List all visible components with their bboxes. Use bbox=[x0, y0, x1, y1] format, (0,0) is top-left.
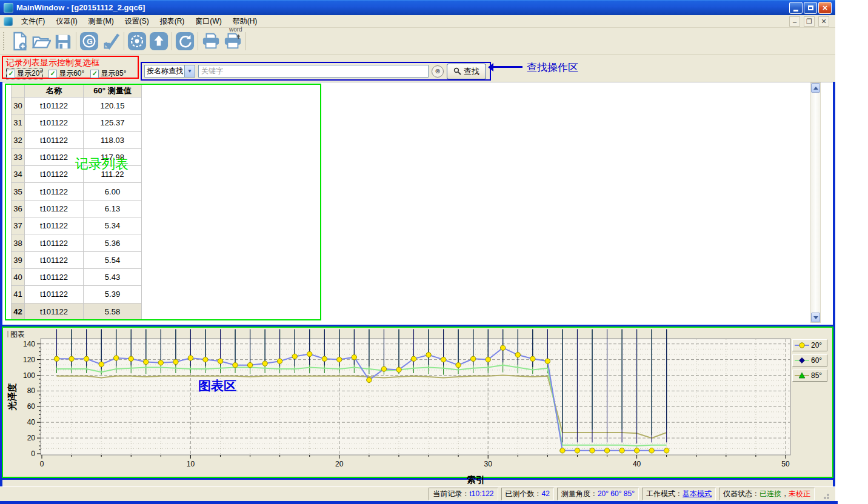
table-row[interactable]: 38t1011225.36 bbox=[11, 234, 142, 251]
app-icon bbox=[4, 3, 13, 13]
save-icon[interactable] bbox=[52, 30, 74, 52]
svg-text:G: G bbox=[87, 37, 93, 45]
find-button[interactable]: 查找 bbox=[447, 64, 486, 79]
svg-text:40: 40 bbox=[27, 418, 36, 426]
arrow-down-icon bbox=[813, 316, 818, 322]
svg-text:80: 80 bbox=[27, 386, 36, 395]
checkbox-label: 显示20° bbox=[17, 68, 42, 79]
status-field: 当前记录：t10:122 bbox=[429, 488, 498, 500]
row-number: 42 bbox=[11, 303, 25, 320]
table-row[interactable]: 36t1011226.13 bbox=[11, 201, 142, 217]
record-table: 名称 60° 测量值 30t101122120.1531t101122125.3… bbox=[11, 84, 142, 320]
table-row[interactable]: 35t1011226.00 bbox=[11, 183, 142, 200]
keyword-input[interactable]: 关键字 bbox=[198, 65, 429, 78]
record-value: 120.15 bbox=[84, 98, 142, 114]
svg-text:40: 40 bbox=[633, 460, 641, 468]
display-angle-checkbox[interactable]: ✓显示60° bbox=[48, 68, 84, 79]
legend-marker-icon bbox=[794, 357, 810, 364]
svg-text:20: 20 bbox=[27, 434, 36, 442]
menu-item[interactable]: 文件(F) bbox=[16, 15, 50, 28]
row-number: 40 bbox=[11, 269, 25, 286]
gear-icon[interactable] bbox=[126, 30, 148, 52]
screen: MainWindow - [g20151112_2.gqc6] ✕ 文件(F)仪… bbox=[0, 0, 868, 504]
mdi-child-icon bbox=[4, 17, 13, 26]
record-name: t101122 bbox=[25, 98, 84, 114]
svg-text:光泽度: 光泽度 bbox=[7, 383, 17, 411]
menu-item[interactable]: 窗口(W) bbox=[190, 15, 227, 28]
row-number: 34 bbox=[11, 166, 25, 183]
svg-text:0: 0 bbox=[31, 449, 35, 458]
menubar: 文件(F)仪器(I)测量(M)设置(S)报表(R)窗口(W)帮助(H) – ❐ … bbox=[0, 15, 835, 28]
toolbar-separator bbox=[124, 32, 124, 50]
search-mode-value: 按名称查找 bbox=[145, 66, 184, 76]
mdi-minimize-button[interactable]: – bbox=[789, 16, 800, 27]
resize-grip[interactable] bbox=[821, 491, 829, 499]
row-number: 39 bbox=[11, 252, 25, 269]
logo-g-icon[interactable]: G bbox=[78, 30, 100, 52]
table-row[interactable]: 39t1011225.54 bbox=[11, 252, 142, 269]
svg-text:20: 20 bbox=[335, 460, 344, 468]
table-row[interactable]: 41t1011225.39 bbox=[11, 286, 142, 303]
svg-text:0: 0 bbox=[40, 460, 44, 468]
svg-text:140: 140 bbox=[23, 340, 35, 348]
toolbar-caption: word bbox=[229, 26, 242, 33]
open-folder-icon[interactable] bbox=[30, 30, 52, 52]
mdi-close-button[interactable]: ✕ bbox=[818, 16, 829, 27]
chevron-down-icon[interactable]: ▼ bbox=[184, 65, 195, 77]
upload-icon[interactable] bbox=[148, 30, 170, 52]
menu-item[interactable]: 设置(S) bbox=[119, 15, 155, 28]
close-button[interactable]: ✕ bbox=[818, 2, 832, 14]
titlebar[interactable]: MainWindow - [g20151112_2.gqc6] ✕ bbox=[0, 0, 835, 15]
check-icon[interactable] bbox=[100, 30, 122, 52]
record-name: t101122 bbox=[25, 217, 84, 234]
record-name: t101122 bbox=[25, 286, 84, 303]
table-scrollbar[interactable] bbox=[810, 82, 821, 323]
print-icon[interactable] bbox=[200, 30, 222, 52]
scroll-down-button[interactable] bbox=[811, 313, 820, 322]
table-row[interactable]: 31t101122125.37 bbox=[11, 114, 142, 131]
table-row[interactable]: 32t101122118.03 bbox=[11, 132, 142, 149]
export-word-icon[interactable]: word bbox=[222, 30, 244, 52]
row-number: 33 bbox=[11, 149, 25, 166]
minimize-button[interactable] bbox=[789, 2, 803, 14]
maximize-button[interactable] bbox=[804, 2, 817, 14]
legend-item[interactable]: 60° bbox=[792, 354, 827, 366]
legend-item[interactable]: 85° bbox=[792, 370, 827, 382]
svg-text:10: 10 bbox=[187, 460, 195, 468]
status-label: 已测个数： bbox=[506, 489, 542, 498]
scroll-up-button[interactable] bbox=[811, 83, 820, 93]
display-angle-checkbox[interactable]: ✓显示85° bbox=[90, 68, 126, 79]
row-number: 36 bbox=[11, 201, 25, 217]
toolbar-grip[interactable] bbox=[3, 32, 6, 50]
legend-item[interactable]: 20° bbox=[792, 339, 827, 351]
toolbar-separator bbox=[198, 32, 198, 50]
status-value[interactable]: 基本模式 bbox=[683, 489, 712, 498]
status-label: 测量角度： bbox=[561, 489, 598, 498]
menu-item[interactable]: 仪器(I) bbox=[50, 15, 82, 28]
refresh-icon[interactable] bbox=[174, 30, 196, 52]
status-field: 工作模式：基本模式 bbox=[642, 488, 716, 500]
search-mode-select[interactable]: 按名称查找 ▼ bbox=[144, 65, 195, 78]
table-row[interactable]: 37t1011225.34 bbox=[11, 217, 142, 234]
status-value: 42 bbox=[542, 489, 550, 498]
control-row: 记录列表显示控制复选框 ✓显示20°✓显示60°✓显示85° 按名称查找 ▼ 关… bbox=[0, 55, 835, 82]
record-name: t101122 bbox=[25, 234, 84, 251]
search-annotation-arrow bbox=[493, 66, 522, 68]
checkbox-check-icon: ✓ bbox=[48, 70, 57, 78]
status-label: 当前记录： bbox=[433, 489, 469, 498]
display-angle-checkbox[interactable]: ✓显示20° bbox=[7, 68, 42, 79]
menu-item[interactable]: 报表(R) bbox=[155, 15, 190, 28]
table-row[interactable]: 30t101122120.15 bbox=[11, 98, 142, 114]
clear-search-icon[interactable]: ⊗ bbox=[432, 65, 444, 78]
row-number: 41 bbox=[11, 286, 25, 303]
new-file-icon[interactable] bbox=[8, 30, 30, 52]
table-row[interactable]: 42t1011225.58 bbox=[11, 303, 142, 320]
status-field: 仪器状态：已连接，未校正 bbox=[719, 488, 815, 500]
statusbar: 当前记录：t10:122已测个数：42测量角度：20° 60° 85°工作模式：… bbox=[0, 486, 835, 501]
header-name: 名称 bbox=[25, 84, 84, 98]
mdi-restore-button[interactable]: ❐ bbox=[804, 16, 815, 27]
record-value: 5.39 bbox=[84, 286, 142, 303]
menu-item[interactable]: 测量(M) bbox=[83, 15, 119, 28]
table-row[interactable]: 40t1011225.43 bbox=[11, 269, 142, 286]
record-name: t101122 bbox=[25, 183, 84, 200]
